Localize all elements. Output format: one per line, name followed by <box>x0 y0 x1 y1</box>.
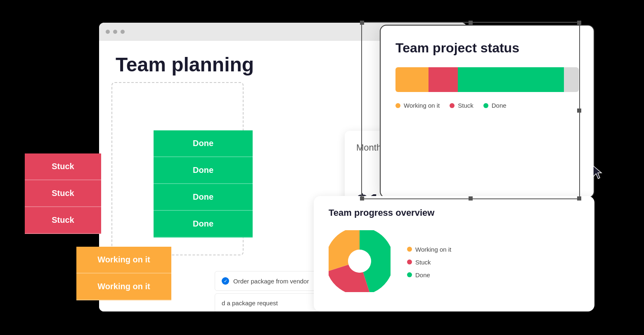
progress-bar <box>395 67 579 92</box>
stuck-cell-1: Stuck <box>25 153 101 180</box>
browser-dot-2 <box>113 30 117 34</box>
overview-dot-working <box>407 247 412 252</box>
scene: Team planning Done Done Done Done Monthl… <box>0 0 644 335</box>
legend-stuck-label: Stuck <box>458 102 474 109</box>
overview-legend: Working on it Stuck Done <box>407 246 451 278</box>
progress-overview-panel: Team progress overview Working on it Stu… <box>314 196 594 311</box>
task-label-1: Order package from vendor <box>233 278 309 285</box>
browser-dot-3 <box>121 30 125 34</box>
task-label-2: d a package request <box>222 300 278 307</box>
stuck-column: Stuck Stuck Stuck <box>25 153 101 234</box>
done-cell-3: Done <box>154 184 253 211</box>
overview-dot-stuck <box>407 260 412 264</box>
working-cell-2: Working on it <box>76 274 171 300</box>
done-cell-1: Done <box>154 130 253 157</box>
legend-stuck: Stuck <box>450 102 474 109</box>
legend-done: Done <box>483 102 507 109</box>
bar-empty <box>564 67 579 92</box>
done-column: Done Done Done Done <box>154 130 253 238</box>
selection-handle-top <box>469 21 473 25</box>
stuck-cell-3: Stuck <box>25 207 101 234</box>
bar-stuck <box>429 67 458 92</box>
cursor <box>592 165 604 182</box>
task-check-icon-1 <box>222 277 229 285</box>
overview-working-label: Working on it <box>415 246 451 253</box>
browser-dot-1 <box>106 30 110 34</box>
stuck-cell-2: Stuck <box>25 180 101 207</box>
overview-title: Team progress overview <box>329 208 434 218</box>
overview-done-label: Done <box>415 271 430 278</box>
working-column: Working on it Working on it <box>76 247 171 300</box>
svg-point-3 <box>348 250 371 273</box>
progress-legend: Working on it Stuck Done <box>395 102 579 109</box>
overview-stuck-label: Stuck <box>415 259 431 266</box>
overview-dot-done <box>407 272 412 277</box>
pie-chart <box>329 230 391 292</box>
overview-legend-stuck: Stuck <box>407 259 451 266</box>
selection-handle-tr <box>577 21 581 25</box>
pie-chart-container <box>329 230 391 294</box>
project-status-title: Team project status <box>395 40 579 56</box>
bar-done <box>458 67 564 92</box>
cursor-icon <box>592 165 604 180</box>
working-cell-1: Working on it <box>76 247 171 274</box>
done-cell-4: Done <box>154 211 253 238</box>
overview-legend-done: Done <box>407 271 451 278</box>
legend-dot-done <box>483 103 488 108</box>
legend-dot-working <box>395 103 400 108</box>
legend-dot-stuck <box>450 103 455 108</box>
done-cell-2: Done <box>154 157 253 184</box>
overview-legend-working: Working on it <box>407 246 451 253</box>
bar-working <box>395 67 429 92</box>
legend-done-label: Done <box>492 102 507 109</box>
legend-working-label: Working on it <box>404 102 440 109</box>
dashed-area: Done Done Done Done <box>111 82 244 255</box>
project-status-panel: Team project status Working on it Stuck … <box>380 25 594 198</box>
legend-working: Working on it <box>395 102 440 109</box>
